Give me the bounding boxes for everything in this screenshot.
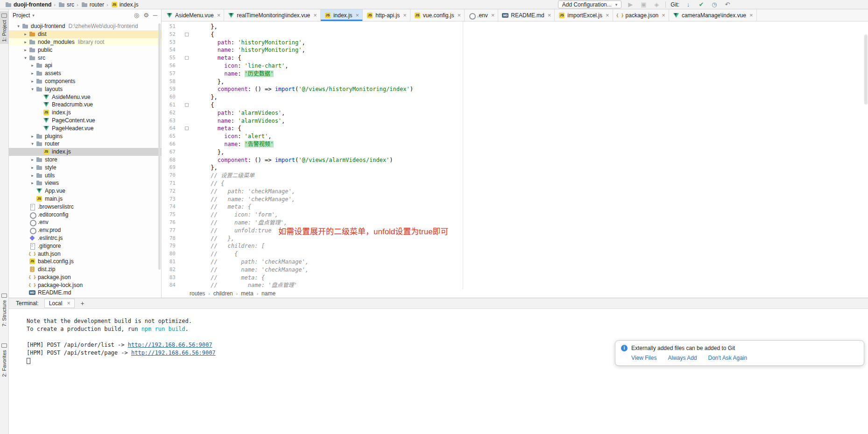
nav-path-item[interactable]: index.js: [111, 1, 139, 8]
fold-marker-icon[interactable]: [185, 103, 189, 107]
tree-item[interactable]: ▸utils: [9, 171, 161, 179]
breadcrumb-item[interactable]: routes: [190, 290, 205, 297]
expand-arrow-icon[interactable]: ▸: [29, 173, 35, 178]
editor-tab[interactable]: cameraManage\index.vue×: [669, 9, 757, 21]
tab-close-icon[interactable]: ×: [662, 12, 665, 19]
tool-stripe-project[interactable]: 1: Project: [0, 11, 8, 44]
tree-item[interactable]: package-lock.json: [9, 281, 161, 289]
debug-icon[interactable]: ▣: [639, 0, 648, 9]
tool-stripe-structure[interactable]: 7: Structure: [0, 291, 8, 329]
expand-arrow-icon[interactable]: ▸: [29, 71, 35, 76]
expand-arrow-icon[interactable]: ▾: [22, 56, 28, 60]
notification-action[interactable]: View Files: [631, 355, 656, 361]
tree-item[interactable]: .env: [9, 218, 161, 226]
nav-path-item[interactable]: duoji-frontend: [5, 1, 51, 8]
tree-item[interactable]: ▾src: [9, 54, 161, 62]
project-view-selector[interactable]: Project: [13, 12, 30, 19]
editor-tab[interactable]: realTimeMonitoring\index.vue×: [224, 9, 321, 21]
nav-path-item[interactable]: router: [81, 1, 104, 8]
expand-arrow-icon[interactable]: ▾: [29, 141, 35, 146]
tree-item[interactable]: .gitignore: [9, 242, 161, 250]
expand-arrow-icon[interactable]: ▸: [22, 32, 28, 36]
editor-tab[interactable]: .env×: [465, 9, 498, 21]
tree-item[interactable]: AsideMenu.vue: [9, 93, 161, 101]
tree-item[interactable]: babel.config.js: [9, 258, 161, 266]
editor-tab[interactable]: http-api.js×: [363, 9, 410, 21]
tool-stripe-favorites[interactable]: 2: Favorites: [0, 341, 8, 379]
tree-item[interactable]: ▾duoji-frontendD:\zheheWeb\duoji-fronten…: [9, 22, 161, 30]
tree-item[interactable]: ▸plugins: [9, 132, 161, 140]
run-icon[interactable]: ▶: [626, 0, 635, 9]
fold-marker-icon[interactable]: [185, 33, 189, 36]
tree-item[interactable]: main.js: [9, 195, 161, 203]
git-update-icon[interactable]: ↓: [684, 0, 692, 9]
expand-arrow-icon[interactable]: ▾: [29, 87, 35, 91]
tree-item[interactable]: PageContent.vue: [9, 117, 161, 125]
tree-item[interactable]: ▸store: [9, 156, 161, 164]
tree-item[interactable]: ▸node_moduleslibrary root: [9, 38, 161, 46]
fold-marker-icon[interactable]: [185, 56, 189, 60]
tab-close-icon[interactable]: ×: [217, 12, 221, 19]
git-rollback-icon[interactable]: ↶: [723, 0, 732, 9]
tree-item[interactable]: ▾router: [9, 140, 161, 148]
coverage-icon[interactable]: ◈: [652, 0, 661, 9]
tab-close-icon[interactable]: ×: [491, 12, 495, 19]
tree-item[interactable]: ▸style: [9, 163, 161, 171]
tree-item[interactable]: dist.zip: [9, 266, 161, 273]
expand-arrow-icon[interactable]: ▸: [29, 165, 35, 170]
editor-tab[interactable]: index.js×: [321, 9, 363, 21]
tree-item[interactable]: ▸views: [9, 179, 161, 187]
expand-arrow-icon[interactable]: ▾: [15, 24, 21, 28]
tree-item[interactable]: ▸components: [9, 77, 161, 85]
tree-item[interactable]: index.js: [9, 109, 161, 117]
tree-item[interactable]: ▸assets: [9, 70, 161, 77]
tree-item[interactable]: ▾layouts: [9, 85, 161, 93]
fold-marker-icon[interactable]: [185, 126, 189, 130]
tab-close-icon[interactable]: ×: [457, 12, 461, 19]
editor-tab[interactable]: vue.config.js×: [410, 9, 465, 21]
tab-close-icon[interactable]: ×: [67, 300, 70, 307]
notification-action[interactable]: Don't Ask Again: [708, 355, 748, 361]
terminal-link[interactable]: http://192.168.66.56:9007: [128, 342, 212, 348]
editor-tab[interactable]: importExcel.js×: [555, 9, 613, 21]
run-configuration-select[interactable]: Add Configuration... ▾: [558, 0, 622, 8]
breadcrumb-item[interactable]: meta: [241, 290, 254, 297]
terminal-tab-local[interactable]: Local ×: [44, 299, 75, 308]
breadcrumb-item[interactable]: children: [213, 290, 233, 297]
expand-arrow-icon[interactable]: ▸: [29, 134, 35, 139]
tree-item[interactable]: package.json: [9, 273, 161, 281]
editor-tab[interactable]: README.md×: [498, 9, 555, 21]
tree-item[interactable]: .editorconfig: [9, 210, 161, 218]
git-commit-icon[interactable]: ✔: [697, 0, 706, 9]
editor-tab[interactable]: package.json×: [613, 9, 669, 21]
expand-arrow-icon[interactable]: ▸: [29, 157, 35, 162]
tab-close-icon[interactable]: ×: [403, 12, 407, 19]
tab-close-icon[interactable]: ×: [749, 12, 753, 19]
tab-close-icon[interactable]: ×: [356, 12, 360, 19]
tab-close-icon[interactable]: ×: [606, 12, 609, 19]
breadcrumb-item[interactable]: name: [261, 290, 275, 297]
expand-arrow-icon[interactable]: ▸: [22, 48, 28, 52]
new-terminal-session-button[interactable]: +: [80, 300, 84, 307]
tree-item[interactable]: .env.prod: [9, 226, 161, 234]
editor-tab[interactable]: AsideMenu.vue×: [162, 9, 224, 21]
settings-gear-icon[interactable]: ⚙: [143, 12, 149, 19]
tab-close-icon[interactable]: ×: [548, 12, 551, 19]
tree-item[interactable]: Breadcrumb.vue: [9, 101, 161, 109]
locate-file-icon[interactable]: ◎: [134, 12, 139, 19]
tree-item[interactable]: .browserslistrc: [9, 203, 161, 210]
expand-arrow-icon[interactable]: ▸: [29, 63, 35, 68]
tree-item[interactable]: App.vue: [9, 187, 161, 195]
tree-item[interactable]: ▸api: [9, 62, 161, 70]
expand-arrow-icon[interactable]: ▸: [29, 79, 35, 84]
editor-scrollbar[interactable]: [864, 35, 868, 105]
tab-close-icon[interactable]: ×: [313, 12, 317, 19]
code-editor[interactable]: 51 },52 {53 path: 'historyMonitoring',54…: [162, 21, 868, 289]
project-scrollbar[interactable]: [158, 23, 161, 270]
expand-arrow-icon[interactable]: ▸: [22, 40, 28, 44]
nav-path-item[interactable]: src: [58, 1, 74, 8]
tree-item[interactable]: ▸dist: [9, 30, 161, 38]
tree-item[interactable]: ▸public: [9, 46, 161, 54]
hide-panel-icon[interactable]: ─: [153, 12, 157, 19]
expand-arrow-icon[interactable]: ▸: [29, 181, 35, 185]
